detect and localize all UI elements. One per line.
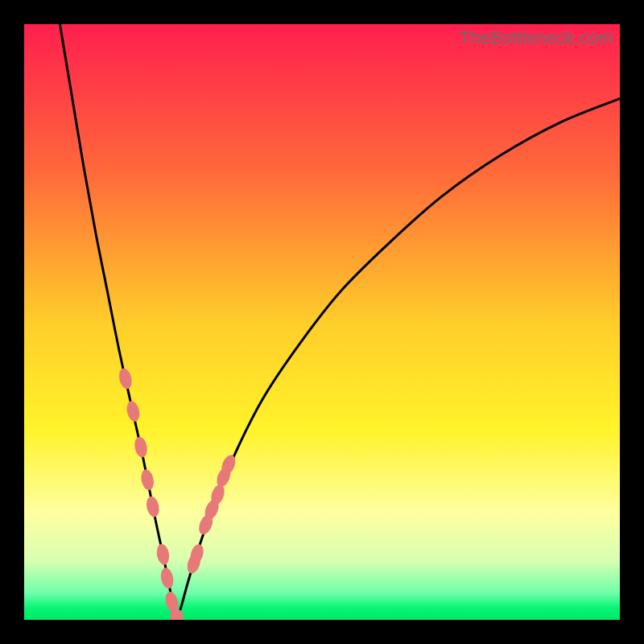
- highlight-dot: [155, 543, 171, 566]
- watermark-text: TheBottleneck.com: [459, 27, 613, 48]
- highlight-dot: [145, 495, 161, 518]
- outer-frame: TheBottleneck.com: [0, 0, 644, 644]
- highlight-dot: [159, 567, 175, 589]
- highlight-dot: [125, 400, 141, 423]
- curve-right-branch: [176, 99, 620, 621]
- plot-area: TheBottleneck.com: [24, 24, 620, 620]
- highlight-dot: [139, 469, 155, 491]
- curve-layer: [24, 24, 620, 620]
- highlight-dot: [133, 436, 149, 458]
- highlight-dot: [118, 367, 134, 390]
- curve-left-branch: [60, 24, 176, 620]
